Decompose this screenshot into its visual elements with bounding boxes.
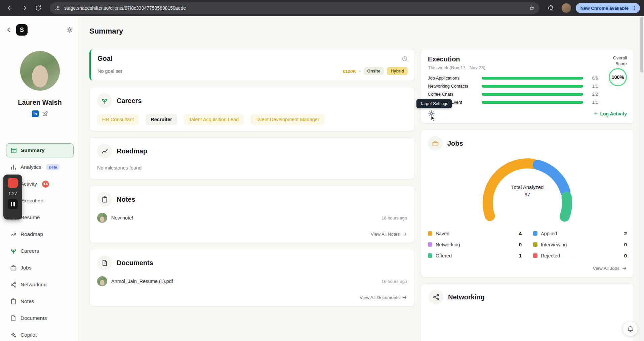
sidebar-item-label: Notes xyxy=(21,298,34,304)
linkedin-icon[interactable]: in xyxy=(32,110,39,117)
stop-recording-button[interactable] xyxy=(8,178,18,188)
execution-row: Job Applications 6/6 xyxy=(428,76,598,81)
sidebar-item-careers[interactable]: Careers xyxy=(6,244,74,258)
legend-label: Networking xyxy=(436,242,519,247)
legend-value: 4 xyxy=(519,231,522,236)
activity-count-badge: 14 xyxy=(42,181,49,188)
sidebar-item-copilot[interactable]: Copilot xyxy=(6,328,74,341)
sidebar-item-summary[interactable]: Summary xyxy=(6,143,74,157)
career-tag-selected[interactable]: Recruiter xyxy=(146,114,177,125)
forward-button[interactable] xyxy=(18,2,30,14)
clipboard-icon xyxy=(10,298,17,305)
gauge-segment-offered xyxy=(565,197,567,216)
chrome-update-label: New Chrome available xyxy=(580,6,629,11)
mouse-cursor xyxy=(430,115,436,121)
sidebar-nav: Summary Analytics Beta Activity 14 Execu… xyxy=(0,143,80,341)
settings-gear-button[interactable] xyxy=(66,27,73,33)
metric-label: Coffee Chats xyxy=(428,92,478,97)
jobs-title: Jobs xyxy=(447,140,463,147)
sidebar-item-label: Networking xyxy=(21,282,47,288)
overall-score-value: 100% xyxy=(611,75,624,80)
legend-label: Rejected xyxy=(541,253,624,258)
legend-label: Applied xyxy=(541,231,624,236)
arrow-right-icon xyxy=(402,295,407,300)
scrollbar-thumb[interactable] xyxy=(640,17,643,72)
career-tag[interactable]: Talent Development Manager xyxy=(250,114,324,125)
avatar xyxy=(97,213,107,223)
notifications-button[interactable] xyxy=(622,321,638,336)
bookmark-star-icon[interactable] xyxy=(529,5,535,11)
execution-title: Execution xyxy=(428,55,485,63)
edit-profile-button[interactable] xyxy=(42,111,48,117)
hybrid-badge: Hybrid xyxy=(387,67,408,75)
recording-timer: 1:27 xyxy=(8,191,17,196)
browser-menu-icon[interactable] xyxy=(631,5,637,11)
legend-value: 0 xyxy=(519,242,522,247)
sidebar-item-documents[interactable]: Documents xyxy=(6,311,74,325)
legend-swatch xyxy=(533,231,537,236)
extensions-icon[interactable] xyxy=(545,2,557,14)
pause-recording-button[interactable] xyxy=(8,199,18,209)
browser-profile-avatar[interactable] xyxy=(562,3,571,13)
sidebar-item-jobs[interactable]: Jobs xyxy=(6,261,74,275)
networking-title: Networking xyxy=(448,293,485,301)
gauge-center-text: Total Analyzed 97 xyxy=(460,184,595,197)
view-all-documents-link[interactable]: View All Documents xyxy=(97,295,407,300)
legend-item: Offered1 xyxy=(428,253,522,258)
clipboard-icon xyxy=(97,192,112,207)
career-tags: HR Consultant Recruiter Talent Acquisiti… xyxy=(97,114,407,125)
document-icon xyxy=(97,255,112,270)
view-all-jobs-link[interactable]: View All Jobs xyxy=(428,266,627,271)
note-item[interactable]: New note! 16 hours ago xyxy=(97,213,407,223)
document-item[interactable]: Anmol_Jain_Resume (1).pdf 16 hours ago xyxy=(97,276,407,286)
back-button[interactable] xyxy=(4,2,16,14)
arrow-right-icon xyxy=(622,266,627,271)
jobs-legend: Saved4 Applied2 Networking0 Interviewing… xyxy=(428,231,627,258)
career-tag[interactable]: HR Consultant xyxy=(97,114,139,125)
legend-value: 2 xyxy=(624,231,627,236)
goal-empty-text: No goal set xyxy=(97,68,122,74)
view-all-notes-link[interactable]: View All Notes xyxy=(97,232,407,237)
chrome-update-chip[interactable]: New Chrome available xyxy=(576,3,640,13)
sidebar-item-analytics[interactable]: Analytics Beta xyxy=(6,160,74,174)
legend-label: Saved xyxy=(436,231,519,236)
profile-links: in xyxy=(0,110,80,117)
legend-swatch xyxy=(533,253,537,258)
target-settings-tooltip: Target Settings xyxy=(416,99,452,108)
recording-widget: 1:27 xyxy=(3,175,22,220)
summary-grid-icon xyxy=(10,147,17,154)
careers-card: Careers HR Consultant Recruiter Talent A… xyxy=(89,87,415,131)
sparkle-icon xyxy=(10,332,17,338)
progress-bar xyxy=(482,77,583,80)
careers-title: Careers xyxy=(117,97,142,105)
sidebar-item-networking[interactable]: Networking xyxy=(6,278,74,292)
page-title: Summary xyxy=(89,27,634,36)
legend-label: Offered xyxy=(436,253,519,258)
sidebar-item-label: Jobs xyxy=(21,265,32,271)
network-nodes-icon xyxy=(429,290,443,304)
reload-button[interactable] xyxy=(32,2,44,14)
progress-bar xyxy=(482,101,583,104)
collapse-sidebar-button[interactable] xyxy=(5,27,13,33)
right-column: Execution This week (Nov 17 - Nov 23) Ov… xyxy=(421,49,634,341)
plus-icon xyxy=(594,111,598,116)
career-tag[interactable]: Talent Acquisition Lead xyxy=(184,114,244,125)
progress-bar xyxy=(482,93,583,96)
view-all-notes-label: View All Notes xyxy=(371,232,400,237)
roadmap-empty-text: No milestones found xyxy=(97,165,407,173)
goal-title: Goal xyxy=(97,55,112,62)
url-text: stage.shapeshifter.so/clients/67f8c33347… xyxy=(64,5,525,11)
sidebar-item-roadmap[interactable]: Roadmap xyxy=(6,227,74,241)
sidebar-item-label: Roadmap xyxy=(21,231,43,237)
legend-label: Interviewing xyxy=(541,242,624,247)
overall-score-label: Overall Score xyxy=(607,55,627,67)
analytics-chart-icon xyxy=(10,164,17,170)
onsite-badge: Onsite xyxy=(364,67,384,75)
address-bar[interactable]: stage.shapeshifter.so/clients/67f8c33347… xyxy=(50,2,539,14)
site-settings-icon[interactable] xyxy=(54,5,60,11)
metric-value: 2/2 xyxy=(587,92,598,97)
log-activity-button[interactable]: Log Activity xyxy=(594,111,627,116)
note-timestamp: 16 hours ago xyxy=(381,215,407,221)
legend-item: Saved4 xyxy=(428,231,522,236)
sidebar-item-notes[interactable]: Notes xyxy=(6,294,74,308)
